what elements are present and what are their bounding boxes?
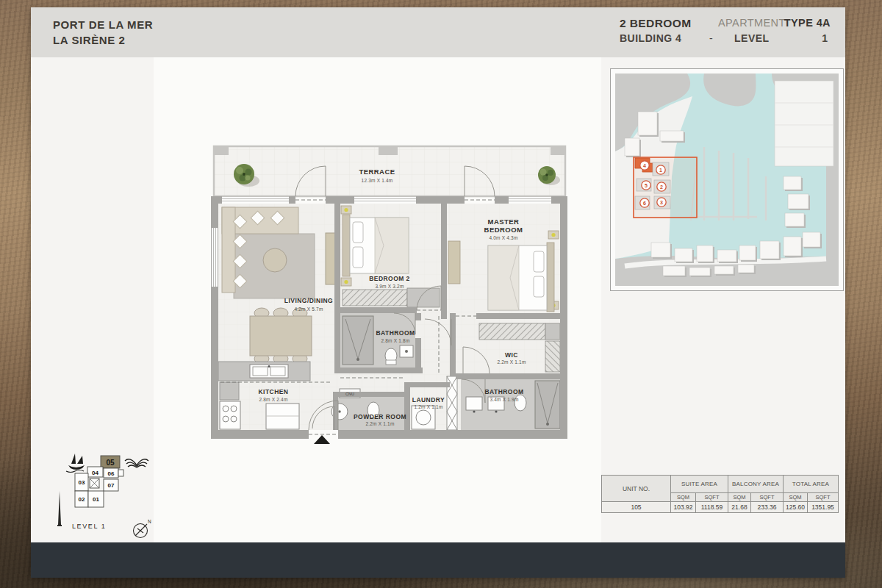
apartment-label: APARTMENT [718, 17, 786, 29]
cell-total-sqm: 125.60 [784, 502, 808, 513]
unit-title-block: 2 BEDROOM APARTMENT TYPE 4A BUILDING 4 -… [620, 17, 831, 48]
keyplan-diagram: 05 04 06 03 07 02 01 LEVEL 1 N [44, 441, 169, 540]
entry-arrow [314, 435, 330, 444]
bedroom-count: 2 BEDROOM [620, 17, 691, 30]
cell-suite-sqm: 103.92 [671, 502, 696, 513]
keyplan-level-label: LEVEL 1 [72, 523, 106, 530]
plan-sheet-page: PORT DE LA MER LA SIRÈNE 2 2 BEDROOM APA… [31, 7, 845, 578]
building-1-badge: 1 [659, 168, 662, 173]
unit-05-label: 05 [106, 459, 115, 467]
kitchen-label: KITCHEN [259, 388, 289, 395]
cell-balcony-sqm: 21.68 [728, 502, 751, 513]
separator-dash: - [709, 32, 713, 44]
col-balcony-sqm: SQM [728, 493, 751, 502]
compass-icon [134, 524, 148, 538]
wic-dims: 2.2m X 1.1m [497, 359, 526, 365]
boat-icon [66, 453, 85, 473]
floorplan-drawing: TERRACE 12.3m X 1.4m MASTER BEDROOM 4.0m… [206, 140, 573, 452]
footer-bar [31, 542, 845, 578]
col-suite-sqm: SQM [671, 493, 696, 502]
unit-01-label: 01 [93, 496, 99, 503]
wic-label: WIC [505, 351, 518, 359]
level-label: LEVEL [734, 32, 770, 44]
cell-total-sqft: 1351.95 [808, 502, 839, 513]
building-6-badge: 6 [643, 201, 646, 206]
col-total-area: TOTAL AREA [784, 476, 839, 493]
unit-07-label: 07 [108, 482, 115, 489]
col-balcony-area: BALCONY AREA [728, 476, 784, 493]
bedroom2-dims: 3.9m X 3.2m [375, 284, 404, 289]
bathroom2-label: BATHROOM [484, 388, 523, 395]
subproject-name: LA SIRÈNE 2 [53, 32, 153, 48]
col-suite-area: SUITE AREA [671, 476, 728, 493]
sheet-content: TERRACE 12.3m X 1.4m MASTER BEDROOM 4.0m… [31, 57, 845, 542]
laundry-dims: 1.2m X 1.1m [414, 404, 442, 409]
building-4-badge: 4 [643, 163, 646, 168]
bathroom1-dims: 2.8m X 1.8m [381, 338, 409, 343]
bathroom2-dims: 3.4m X 1.9m [490, 397, 518, 402]
unit-03-label: 03 [79, 479, 85, 486]
terrace-label: TERRACE [359, 168, 395, 176]
col-total-sqm: SQM [784, 493, 808, 502]
bathroom1-label: BATHROOM [376, 329, 415, 337]
cnu-label: CNU [345, 392, 354, 396]
unit-02-label: 02 [79, 496, 85, 503]
master-label-2: BEDROOM [484, 226, 523, 234]
level-value: 1 [822, 32, 828, 44]
living-dims: 4.2m X 5.7m [294, 306, 323, 312]
bedroom2-label: BEDROOM 2 [369, 275, 410, 282]
site-map: 4 1 5 2 6 3 [610, 68, 844, 291]
building-label: BUILDING 4 [620, 32, 681, 44]
master-label-1: MASTER [488, 218, 520, 226]
project-title-block: PORT DE LA MER LA SIRÈNE 2 [53, 17, 153, 48]
col-total-sqft: SQFT [808, 493, 839, 502]
master-dims: 4.0m X 4.3m [489, 235, 517, 240]
project-name: PORT DE LA MER [53, 17, 153, 32]
terrace-dims: 12.3m X 1.4m [362, 178, 393, 183]
building-3-badge: 3 [660, 200, 663, 205]
kitchen-dims: 2.8m X 2.4m [259, 397, 287, 402]
dining-set [250, 308, 312, 364]
map-block-topright [775, 81, 833, 166]
header-band: PORT DE LA MER LA SIRÈNE 2 2 BEDROOM APA… [31, 7, 845, 57]
tower-icon [57, 491, 62, 526]
powder-dims: 2.2m X 1.1m [365, 421, 394, 426]
cell-suite-sqft: 1118.59 [696, 502, 728, 513]
unit-04-label: 04 [92, 470, 98, 476]
laundry-label: LAUNDRY [412, 396, 445, 404]
map-building-cluster: 4 1 5 2 6 3 [634, 157, 697, 218]
living-label: LIVING/DINING [284, 297, 333, 304]
cell-balcony-sqft: 233.36 [751, 502, 784, 513]
col-balcony-sqft: SQFT [751, 493, 784, 502]
powder-label: POWDER ROOM [354, 413, 406, 420]
col-suite-sqft: SQFT [696, 493, 728, 502]
apartment-type: TYPE 4A [784, 17, 831, 29]
building-2-badge: 2 [660, 184, 663, 190]
compass-north-label: N [148, 519, 151, 524]
building-5-badge: 5 [645, 183, 648, 188]
col-unit-no: UNIT NO. [602, 476, 671, 502]
unit-06-label: 06 [108, 470, 115, 477]
wings-icon [125, 459, 148, 467]
table-row: 105 103.92 1118.59 21.68 233.36 125.60 1… [602, 502, 839, 513]
area-table: UNIT NO. SUITE AREA BALCONY AREA TOTAL A… [601, 475, 839, 513]
cell-unit: 105 [602, 502, 671, 513]
